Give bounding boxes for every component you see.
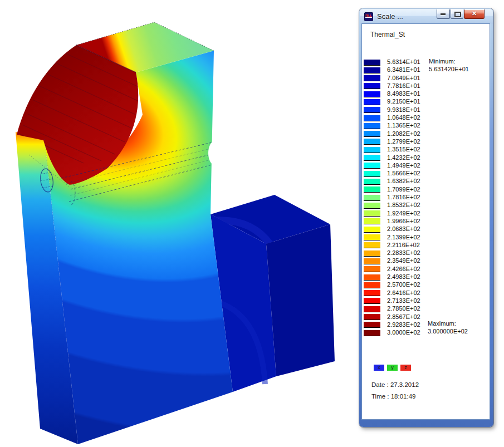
legend-color-swatch — [364, 83, 380, 89]
legend-row: 2.2116E+02 — [364, 242, 420, 249]
legend-color-swatch — [364, 282, 380, 288]
legend-row: 6.3481E+01 — [364, 66, 420, 74]
maximize-button[interactable] — [451, 9, 463, 19]
legend-value: 1.3515E+02 — [387, 146, 420, 153]
legend-value: 1.4232E+02 — [387, 154, 420, 161]
legend-color-swatch — [364, 330, 380, 336]
legend-row: 1.2799E+02 — [364, 138, 420, 146]
legend-row: 1.8532E+02 — [364, 202, 420, 209]
legend-row: 1.6382E+02 — [364, 178, 420, 185]
date-label: Date : 27.3.2012 — [371, 381, 419, 388]
legend-row: 1.1365E+02 — [364, 122, 420, 130]
maximum-label: Maximum: — [428, 320, 468, 327]
legend-value: 7.7816E+01 — [387, 82, 420, 90]
legend-row: 8.4983E+01 — [364, 90, 420, 98]
legend-row: 1.4232E+02 — [364, 154, 420, 162]
legend-color-swatch — [364, 242, 380, 248]
legend-row: 2.5700E+02 — [364, 281, 420, 289]
legend-color-swatch — [364, 234, 380, 240]
result-field-label: Thermal_St — [370, 31, 405, 38]
legend-value: 3.0000E+02 — [387, 329, 420, 336]
legend-color-swatch — [364, 155, 380, 161]
maximum-note: Maximum: 3.000000E+02 — [428, 320, 468, 336]
axis-button-z[interactable]: z — [400, 365, 411, 371]
legend-value: 1.1365E+02 — [387, 122, 420, 129]
legend-color-swatch — [364, 218, 380, 224]
tall-block — [16, 22, 233, 444]
legend-color-swatch — [364, 322, 380, 328]
maximum-value: 3.000000E+02 — [428, 327, 468, 335]
legend-value: 1.8532E+02 — [387, 202, 420, 209]
legend-row: 1.3515E+02 — [364, 146, 420, 154]
legend-value: 2.2116E+02 — [387, 242, 420, 249]
legend-row: 1.7816E+02 — [364, 194, 420, 202]
legend-value: 2.1399E+02 — [387, 234, 420, 241]
legend-value: 9.2150E+01 — [387, 98, 420, 105]
legend-row: 1.5666E+02 — [364, 170, 420, 178]
legend-value: 1.5666E+02 — [387, 170, 420, 177]
legend-value: 2.3549E+02 — [387, 257, 420, 264]
axis-button-y[interactable]: y — [387, 365, 398, 371]
legend-row: 7.7816E+01 — [364, 82, 420, 90]
app-icon-text: RILL — [365, 14, 372, 18]
legend-color-swatch — [364, 306, 380, 312]
legend-value: 5.6314E+01 — [387, 58, 420, 66]
legend-color-swatch — [364, 227, 380, 233]
legend-value: 2.9283E+02 — [387, 321, 420, 328]
legend-row: 1.4949E+02 — [364, 162, 420, 170]
close-button[interactable] — [464, 9, 485, 19]
model-viewport[interactable] — [0, 0, 356, 447]
legend-value: 2.4266E+02 — [387, 266, 420, 273]
legend-row: 2.7133E+02 — [364, 297, 420, 305]
legend-color-swatch — [364, 67, 380, 73]
legend-value: 1.6382E+02 — [387, 178, 420, 185]
legend-color-swatch — [364, 274, 380, 281]
legend-color-swatch — [364, 123, 380, 129]
legend-value: 2.5700E+02 — [387, 281, 420, 288]
time-label: Time : 18:01:49 — [371, 393, 415, 400]
minimum-label: Minimum: — [429, 57, 469, 65]
legend-row: 2.3549E+02 — [364, 257, 420, 265]
legend-value: 1.4949E+02 — [387, 162, 420, 169]
legend-value: 9.9318E+01 — [387, 106, 420, 114]
legend-row: 2.0683E+02 — [364, 225, 420, 233]
legend-row: 1.9249E+02 — [364, 210, 420, 218]
axis-button-x[interactable]: x — [374, 365, 384, 371]
legend-color-swatch — [364, 203, 380, 209]
legend-value: 1.2799E+02 — [387, 138, 420, 145]
legend-color-swatch — [364, 314, 380, 320]
legend-value: 7.0649E+01 — [387, 75, 420, 82]
legend-value: 1.2082E+02 — [387, 130, 420, 137]
legend-color-swatch — [364, 147, 380, 153]
legend-row: 2.4983E+02 — [364, 273, 420, 281]
legend-color-swatch — [364, 250, 380, 257]
legend-value: 1.7099E+02 — [387, 186, 420, 193]
legend-row: 2.8567E+02 — [364, 313, 420, 321]
legend-row: 2.1399E+02 — [364, 234, 420, 242]
legend-value: 8.4983E+01 — [387, 90, 420, 97]
step-block — [211, 195, 335, 392]
legend-value: 1.7816E+02 — [387, 194, 420, 201]
legend-color-swatch — [364, 91, 380, 97]
legend-row: 1.0648E+02 — [364, 114, 420, 122]
axis-toggle-row: xyz — [374, 365, 414, 371]
color-legend: 5.6314E+016.3481E+017.0649E+017.7816E+01… — [364, 58, 420, 337]
title-bar[interactable]: RILL Scale ... — [360, 9, 493, 24]
legend-color-swatch — [364, 163, 380, 169]
window-title: Scale ... — [377, 12, 403, 21]
legend-row: 2.4266E+02 — [364, 266, 420, 273]
legend-color-swatch — [364, 298, 380, 304]
legend-value: 2.2833E+02 — [387, 249, 420, 257]
legend-color-swatch — [364, 131, 380, 137]
legend-color-swatch — [364, 290, 380, 296]
legend-row: 2.6416E+02 — [364, 289, 420, 297]
legend-row: 7.0649E+01 — [364, 75, 420, 82]
legend-value: 1.9249E+02 — [387, 210, 420, 217]
legend-color-swatch — [364, 210, 380, 217]
legend-color-swatch — [364, 195, 380, 201]
legend-value: 6.3481E+01 — [387, 66, 420, 73]
legend-color-swatch — [364, 75, 380, 81]
minimum-note: Minimum: 5.631420E+01 — [429, 57, 469, 73]
legend-color-swatch — [364, 186, 380, 193]
minimize-button[interactable] — [437, 9, 450, 19]
